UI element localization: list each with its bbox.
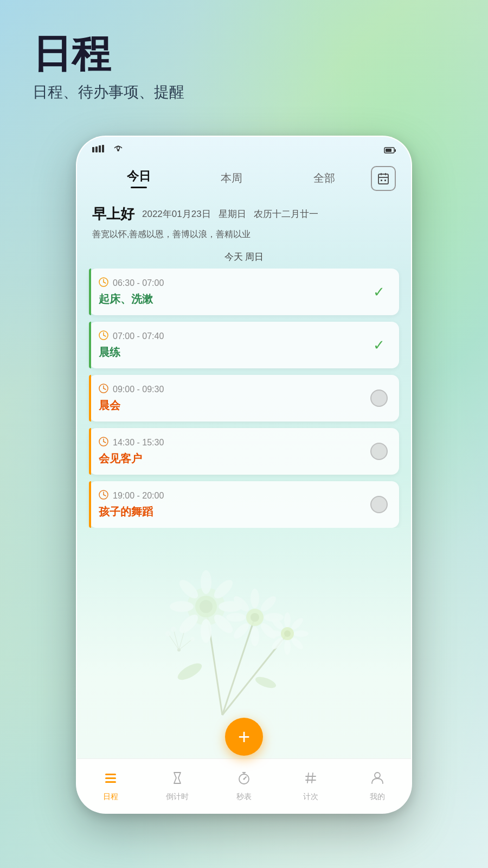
- check-done-icon: ✓: [373, 284, 385, 301]
- tab-week[interactable]: 本周: [185, 167, 278, 190]
- greeting-section: 早上好 2022年01月23日 星期日 农历十二月廿一 善宽以怀,善感以恩，善博…: [77, 200, 411, 243]
- nav-icon-countdown: [170, 770, 185, 789]
- svg-point-27: [290, 636, 305, 651]
- nav-item-stopwatch[interactable]: 秒表: [210, 770, 277, 802]
- svg-point-38: [182, 629, 187, 633]
- schedule-check[interactable]: ✓: [369, 335, 389, 355]
- schedule-check[interactable]: ✓: [369, 282, 389, 302]
- svg-point-7: [211, 611, 235, 636]
- flower-decoration: [114, 552, 331, 769]
- svg-rect-74: [105, 774, 116, 775]
- clock-icon: [99, 330, 108, 342]
- svg-rect-76: [105, 781, 116, 783]
- fab-add-button[interactable]: +: [225, 718, 263, 756]
- schedule-time: 09:00 - 09:30: [113, 385, 164, 394]
- svg-line-73: [104, 495, 106, 496]
- svg-rect-57: [381, 180, 382, 181]
- nav-icon-stopwatch: [236, 770, 252, 789]
- schedule-item[interactable]: 14:30 - 15:30 会见客户: [89, 428, 399, 475]
- svg-point-33: [284, 630, 291, 637]
- svg-point-42: [171, 627, 176, 632]
- nav-item-countdown[interactable]: 倒计时: [144, 770, 210, 802]
- svg-point-40: [190, 637, 195, 641]
- schedule-item[interactable]: 19:00 - 20:00 孩子的舞蹈: [89, 481, 399, 528]
- schedule-item[interactable]: 09:00 - 09:30 晨会: [89, 375, 399, 422]
- greeting-date: 2022年01月23日: [142, 208, 211, 220]
- status-bar: [77, 137, 411, 158]
- svg-point-18: [251, 627, 259, 646]
- nav-label-profile: 我的: [370, 792, 385, 802]
- clock-icon: [99, 437, 108, 448]
- schedule-time: 07:00 - 07:40: [113, 331, 164, 341]
- status-time: [92, 144, 123, 155]
- schedule-item[interactable]: 06:30 - 07:00 起床、洗漱 ✓: [89, 269, 399, 315]
- svg-line-39: [179, 639, 192, 650]
- svg-line-84: [307, 773, 309, 783]
- nav-label-counter: 计次: [303, 792, 318, 802]
- svg-point-83: [243, 778, 245, 780]
- tab-all[interactable]: 全部: [278, 167, 371, 190]
- schedule-name: 晨练: [99, 345, 369, 360]
- svg-point-31: [270, 616, 285, 631]
- svg-rect-48: [102, 145, 104, 152]
- svg-rect-58: [384, 180, 386, 181]
- nav-item-profile[interactable]: 我的: [344, 770, 411, 802]
- clock-icon: [99, 384, 108, 395]
- schedule-time: 14:30 - 15:30: [113, 438, 164, 448]
- nav-label-stopwatch: 秒表: [236, 792, 252, 802]
- nav-item-schedule[interactable]: 日程: [77, 770, 144, 802]
- nav-item-counter[interactable]: 计次: [278, 770, 344, 802]
- schedule-time-row: 19:00 - 20:00: [99, 490, 369, 501]
- svg-point-12: [195, 596, 217, 617]
- svg-point-43: [175, 660, 204, 683]
- schedule-name: 起床、洗漱: [99, 292, 369, 307]
- svg-line-37: [179, 631, 184, 650]
- svg-point-19: [232, 621, 252, 641]
- svg-rect-46: [95, 146, 98, 152]
- schedule-time: 06:30 - 07:00: [113, 278, 164, 288]
- svg-line-35: [168, 634, 179, 650]
- top-tabs: 今日 本周 全部: [77, 158, 411, 198]
- svg-point-4: [201, 570, 211, 594]
- bottom-nav: 日程 倒计时 秒表 计次 我的: [77, 758, 411, 813]
- svg-point-34: [177, 648, 181, 652]
- svg-line-61: [104, 282, 106, 283]
- nav-icon-counter: [303, 770, 318, 789]
- svg-rect-53: [378, 174, 388, 184]
- page-title: 日程: [33, 33, 184, 75]
- schedule-time-row: 07:00 - 07:40: [99, 330, 369, 342]
- svg-rect-75: [105, 777, 116, 779]
- svg-point-24: [284, 612, 291, 628]
- phone-mockup: 今日 本周 全部 早上好 2022: [76, 136, 412, 814]
- svg-point-16: [264, 613, 284, 622]
- svg-point-44: [254, 675, 277, 691]
- schedule-list: 06:30 - 07:00 起床、洗漱 ✓ 07:00 - 07:40 晨练: [77, 269, 411, 528]
- svg-point-20: [226, 613, 246, 622]
- schedule-name: 会见客户: [99, 451, 369, 466]
- svg-point-3: [187, 588, 225, 626]
- svg-line-70: [104, 442, 106, 443]
- check-pending-icon: [370, 390, 388, 407]
- svg-point-28: [284, 640, 291, 655]
- svg-rect-51: [386, 149, 391, 152]
- svg-line-85: [312, 773, 313, 783]
- schedule-item-left: 09:00 - 09:30 晨会: [99, 384, 369, 413]
- svg-rect-47: [99, 145, 101, 152]
- svg-point-11: [176, 577, 201, 601]
- day-header: 今天 周日: [77, 251, 411, 263]
- schedule-check[interactable]: [369, 494, 389, 515]
- greeting-text: 早上好: [92, 205, 134, 224]
- check-done-icon: ✓: [373, 337, 385, 354]
- schedule-item-left: 06:30 - 07:00 起床、洗漱: [99, 277, 369, 307]
- svg-point-8: [201, 619, 211, 643]
- svg-point-13: [200, 600, 213, 613]
- tab-today[interactable]: 今日: [92, 164, 185, 193]
- calendar-icon-btn[interactable]: [371, 166, 396, 191]
- svg-point-88: [375, 773, 380, 778]
- svg-point-26: [293, 630, 309, 637]
- schedule-item[interactable]: 07:00 - 07:40 晨练 ✓: [89, 322, 399, 368]
- schedule-check[interactable]: [369, 441, 389, 462]
- clock-icon: [99, 490, 108, 501]
- schedule-check[interactable]: [369, 388, 389, 409]
- schedule-time-row: 06:30 - 07:00: [99, 277, 369, 289]
